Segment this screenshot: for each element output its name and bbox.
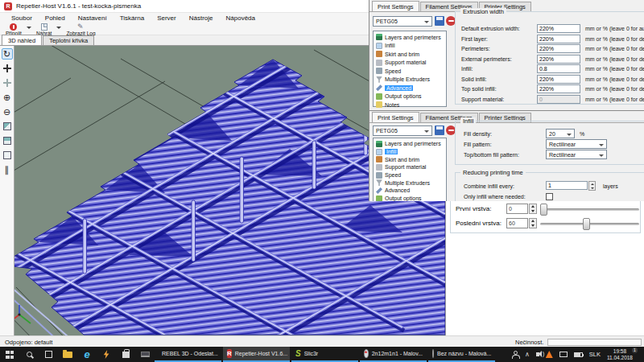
menu-soubor[interactable]: Soubor [5,14,39,22]
contact-icon[interactable] [512,351,518,358]
list-item-skirt[interactable]: Skirt and brim [374,50,446,59]
save-profile-icon[interactable] [435,125,444,135]
app-icon: R [4,2,12,10]
combine-infill-input[interactable] [546,181,588,190]
pinned-laptop-button[interactable] [135,347,155,362]
list-item-layers[interactable]: Layers and perimeters [374,140,446,148]
last-layer-input[interactable] [506,218,528,228]
list-item-speed[interactable]: Speed [374,171,446,179]
list-item-skirt[interactable]: Skirt and brim [374,155,446,163]
first-layer-input[interactable] [506,204,528,214]
infill-icon [376,43,382,49]
taskbar-button-firefox[interactable]: REBEL 3D - Odeslat... [155,347,221,362]
fill-density-select[interactable]: 20 [546,129,575,138]
menu-server[interactable]: Server [151,14,183,22]
task-view-button[interactable] [39,347,58,362]
list-item-advanced[interactable]: Advanced [374,187,446,195]
taskbar-button-slic3r[interactable]: SSlic3r [291,347,358,362]
save-profile-icon[interactable] [435,16,444,26]
speed-icon [376,172,382,179]
parallel-projection-icon[interactable]: ∥ [2,164,13,175]
menu-pohled[interactable]: Pohled [39,14,72,22]
output-icon [376,195,382,201]
rotate-view-icon[interactable]: ↻ [2,48,13,60]
field-suffix: mm or % (leave 0 for default) [585,56,644,62]
store-button[interactable] [116,347,135,362]
taskbar-button-repetier[interactable]: RRepetier-Host V1.6... [223,347,290,362]
list-item-extruders[interactable]: Multiple Extruders [374,76,446,84]
infill-width-input[interactable] [537,64,580,73]
default-extrusion-width-input[interactable] [537,24,580,33]
zoom-in-icon[interactable]: ⊕ [2,92,13,103]
menu-napoveda[interactable]: Nápověda [220,14,262,22]
tab-3d-view[interactable]: 3D náhled [2,35,42,45]
field-label: External perimeters: [461,56,512,62]
last-layer-spinner[interactable] [529,218,537,228]
tab-print-settings[interactable]: Print Settings [372,1,419,11]
clock[interactable]: 19:58 11.04.2018 [607,348,633,360]
list-item-infill[interactable]: Infill [374,148,446,156]
load-dropdown-icon[interactable] [56,27,61,29]
field-label: Top solid infill: [461,86,497,92]
support-material-width-input[interactable] [537,95,580,104]
top-solid-infill-width-input[interactable] [537,84,580,93]
pinned-app-button[interactable] [97,347,116,362]
list-item-output[interactable]: Output options [374,195,446,201]
menu-nastaveni[interactable]: Nastavení [72,14,114,22]
external-perimeters-width-input[interactable] [537,55,580,64]
zoom-out-icon[interactable]: ⊖ [2,106,13,117]
list-item-infill[interactable]: Infill [374,42,446,51]
first-layer-slider-handle[interactable] [540,204,547,216]
search-button[interactable] [19,347,39,362]
taskbar-button-paint-1[interactable]: 2n12m1n1 - Malov... [360,347,427,362]
top-view-icon[interactable] [2,150,13,161]
menu-tiskarna[interactable]: Tiskárna [114,14,151,22]
list-item-advanced[interactable]: Advanced [374,84,446,93]
wrench-icon [376,84,382,91]
paint-icon [364,349,369,358]
volume-icon[interactable] [536,352,539,356]
hidden-icons-chevron[interactable]: ∧ [525,351,530,358]
solid-infill-width-input[interactable] [537,75,580,84]
list-item-notes[interactable]: Notes [374,101,446,109]
move-viewpoint-icon[interactable] [2,77,13,88]
list-item-extruders[interactable]: Multiple Extruders [374,179,446,187]
list-item-layers[interactable]: Layers and perimeters [374,33,446,42]
layers-icon [376,34,382,40]
taskbar-button-paint-2[interactable]: Bez názvu - Malová... [428,347,495,362]
first-layer-spinner[interactable] [529,204,537,214]
display-icon[interactable] [559,352,568,357]
menu-nastroje[interactable]: Nástroje [183,14,220,22]
slic3r-icon: S [295,349,301,358]
show-log-button[interactable]: ✎ Zobrazit Log [64,23,97,36]
combine-infill-spinner[interactable] [588,181,596,191]
support-icon [376,164,382,171]
first-layer-width-input[interactable] [537,35,580,43]
field-suffix: mm or % (leave 0 for default) [585,97,644,102]
battery-icon[interactable] [574,352,583,357]
last-layer-slider-handle[interactable] [583,218,590,230]
list-item-output[interactable]: Output options [374,93,446,101]
tab-print-settings-2[interactable]: Print Settings [372,112,419,122]
isometric-view-icon[interactable] [2,121,13,132]
perimeters-width-input[interactable] [537,44,580,53]
profile-select[interactable]: PETG05 [373,16,432,27]
start-button[interactable] [0,347,19,362]
antivirus-icon[interactable] [546,351,553,358]
connect-dropdown-icon[interactable] [27,27,31,29]
list-item-speed[interactable]: Speed [374,67,446,76]
language-indicator[interactable]: SLK [589,351,601,358]
move-object-icon[interactable] [2,63,13,74]
list-item-support[interactable]: Support material [374,59,446,68]
tab-temperature-curve[interactable]: Teplotní křivka [43,35,94,45]
file-explorer-button[interactable] [58,347,77,362]
first-layer-slider[interactable] [540,208,639,211]
edge-button[interactable]: e [77,347,97,362]
only-infill-checkbox[interactable] [546,193,553,200]
list-item-support[interactable]: Support material [374,163,446,171]
front-view-icon[interactable] [2,135,13,146]
profile-select-2[interactable]: PETG05 [373,125,432,136]
fill-pattern-select[interactable]: Rectilinear [546,139,607,149]
top-bottom-pattern-select[interactable]: Rectilinear [546,150,607,159]
skirt-icon [376,51,382,57]
